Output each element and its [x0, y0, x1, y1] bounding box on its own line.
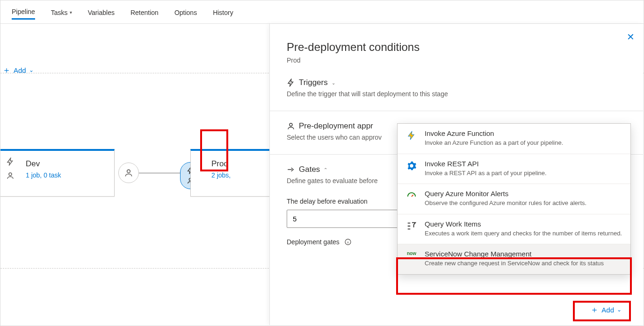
tab-tasks[interactable]: Tasks ▾ — [51, 6, 72, 19]
servicenow-icon: now — [405, 250, 418, 268]
close-button[interactable]: ✕ — [627, 31, 635, 43]
stage-jobs-link[interactable]: 1 job, 0 task — [26, 171, 105, 179]
gate-title: Query Azure Monitor Alerts — [425, 190, 586, 198]
gate-desc: Invoke an Azure Function as a part of yo… — [425, 139, 563, 147]
gauge-icon — [405, 190, 418, 207]
stage-card-dev[interactable]: Dev 1 job, 0 task — [0, 149, 115, 197]
panel-stage-label: Prod — [287, 57, 626, 64]
panel-title: Pre-deployment conditions — [287, 41, 626, 54]
postdeploy-node-dev[interactable] — [118, 163, 139, 183]
lightning-icon — [6, 157, 14, 166]
gate-title: Invoke Azure Function — [425, 129, 563, 137]
gate-option-work-items[interactable]: Query Work Items Executes a work item qu… — [398, 214, 630, 245]
person-icon — [124, 168, 133, 177]
section-label: Gates — [299, 165, 320, 174]
gate-option-rest-api[interactable]: Invoke REST API Invoke a REST API as a p… — [398, 154, 630, 184]
annotation-highlight — [200, 129, 228, 171]
info-icon[interactable] — [344, 238, 352, 246]
svg-point-1 — [127, 170, 130, 173]
section-triggers[interactable]: Triggers ⌄ — [287, 78, 626, 87]
tab-retention[interactable]: Retention — [130, 6, 159, 19]
tab-tasks-label: Tasks — [51, 9, 68, 16]
gate-desc: Executes a work item query and checks fo… — [425, 229, 622, 238]
chevron-up-icon: ⌃ — [324, 167, 327, 172]
person-icon — [6, 171, 14, 180]
filter-list-icon — [405, 220, 418, 238]
gate-desc: Create new change request in ServiceNow … — [425, 259, 604, 268]
gate-icon — [287, 165, 295, 174]
tab-options[interactable]: Options — [174, 6, 197, 19]
chevron-down-icon: ⌄ — [29, 67, 34, 73]
tab-variables[interactable]: Variables — [88, 6, 115, 19]
section-label: Pre-deployment appr — [299, 121, 373, 131]
gate-option-servicenow[interactable]: now ServiceNow Change Management Create … — [398, 244, 630, 274]
tab-history[interactable]: History — [213, 6, 233, 19]
deployment-gates-label: Deployment gates — [287, 238, 340, 246]
gear-icon — [405, 160, 418, 177]
person-icon — [287, 122, 295, 130]
annotation-highlight — [573, 301, 631, 321]
chevron-down-icon: ▾ — [70, 10, 72, 15]
gate-option-azure-function[interactable]: Invoke Azure Function Invoke an Azure Fu… — [398, 124, 630, 154]
gate-desc: Invoke a REST API as a part of your pipe… — [425, 169, 547, 177]
stages-row: Dev 1 job, 0 task Prod 2 jobs, — [0, 149, 305, 197]
gate-title: Invoke REST API — [425, 160, 547, 168]
chevron-down-icon: ⌄ — [332, 80, 335, 85]
stage-title: Dev — [26, 159, 105, 169]
tab-pipeline[interactable]: Pipeline — [12, 5, 35, 20]
section-label: Triggers — [299, 78, 328, 87]
gate-option-monitor-alerts[interactable]: Query Azure Monitor Alerts Observe the c… — [398, 184, 630, 214]
gate-title: ServiceNow Change Management — [425, 250, 604, 258]
top-nav: Pipeline Tasks ▾ Variables Retention Opt… — [0, 0, 644, 24]
stage-predeploy-trigger[interactable] — [6, 157, 14, 180]
gate-dropdown: Invoke Azure Function Invoke an Azure Fu… — [397, 123, 631, 275]
svg-point-3 — [289, 123, 292, 126]
section-desc: Define the trigger that will start deplo… — [287, 90, 626, 98]
lightning-icon — [405, 129, 418, 147]
gate-title: Query Work Items — [425, 220, 622, 228]
divider — [270, 111, 643, 111]
gate-desc: Observe the configured Azure monitor rul… — [425, 199, 586, 207]
lightning-gear-icon — [287, 78, 295, 87]
svg-point-0 — [9, 173, 12, 176]
